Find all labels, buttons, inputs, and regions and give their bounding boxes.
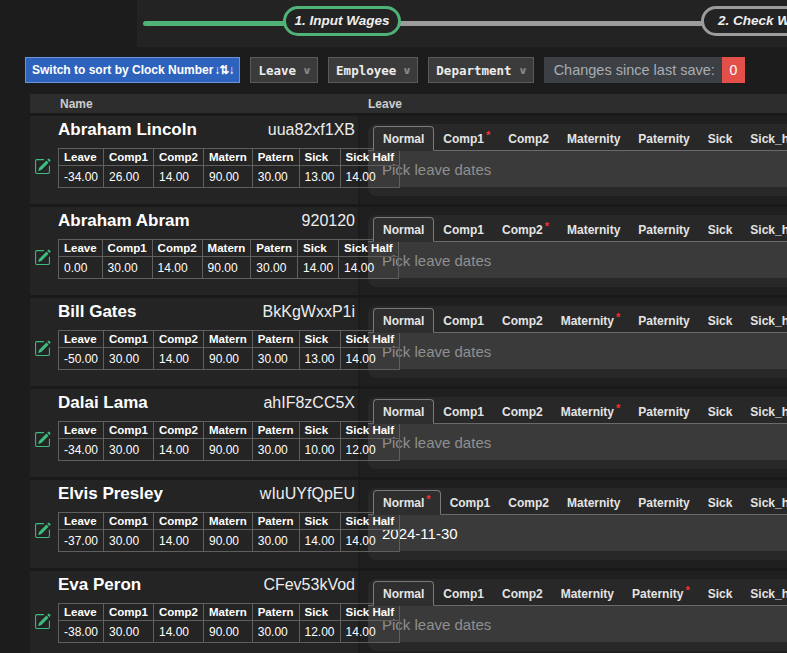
leave-tab-sick_half[interactable]: Sick_half — [741, 582, 787, 605]
department-filter-dropdown[interactable]: Department ∨ — [428, 57, 533, 83]
leave-tab-comp2[interactable]: Comp2 — [493, 309, 552, 332]
balance-header: Leave — [59, 604, 104, 621]
balance-value: 90.00 — [204, 530, 253, 552]
department-filter-label: Department — [436, 63, 511, 78]
leave-tab-comp1[interactable]: Comp1 — [434, 400, 493, 423]
leave-tab-sick_half[interactable]: Sick_half — [741, 218, 787, 241]
balance-header-row: Leave Comp1 Comp2 Matern Patern Sick Sic… — [59, 149, 400, 166]
leave-tab-paternity[interactable]: Paternity — [629, 218, 698, 241]
leave-date-input[interactable] — [368, 333, 787, 369]
required-asterisk-icon: * — [685, 584, 689, 596]
leave-cell: NormalComp1Comp2MaternityPaternity*SickS… — [360, 571, 787, 653]
employee-filter-dropdown[interactable]: Employee ∨ — [328, 57, 418, 83]
balance-header-row: Leave Comp1 Comp2 Matern Patern Sick Sic… — [59, 240, 399, 257]
edit-icon[interactable] — [34, 522, 51, 539]
column-header-name: Name — [30, 97, 360, 111]
edit-icon[interactable] — [34, 431, 51, 448]
leave-tab-sick_half[interactable]: Sick_half — [741, 400, 787, 423]
sort-by-clock-number-button[interactable]: Switch to sort by Clock Number↓⇅↓ — [25, 57, 240, 83]
leave-date-input[interactable] — [368, 242, 787, 278]
leave-tab-normal[interactable]: Normal — [373, 308, 434, 333]
employee-header: Abraham Abram 920120 — [58, 211, 356, 237]
leave-tab-comp1[interactable]: Comp1 — [434, 218, 493, 241]
balance-header: Comp2 — [154, 513, 204, 530]
leave-tab-comp2[interactable]: Comp2 — [499, 127, 558, 150]
leave-balance-table: Leave Comp1 Comp2 Matern Patern Sick Sic… — [58, 239, 399, 279]
balance-header: Patern — [252, 331, 299, 348]
leave-tab-sick[interactable]: Sick — [699, 309, 742, 332]
leave-tab-sick[interactable]: Sick — [699, 400, 742, 423]
step-check-wages[interactable]: 2. Check Wages — [701, 6, 787, 36]
leave-tab-maternity[interactable]: Maternity* — [552, 309, 630, 332]
leave-tab-paternity[interactable]: Paternity* — [623, 582, 699, 605]
balance-header: Leave — [59, 240, 103, 257]
leave-tab-normal[interactable]: Normal — [373, 126, 434, 151]
edit-icon[interactable] — [34, 249, 51, 266]
balance-header: Matern — [204, 513, 253, 530]
balance-value: 90.00 — [204, 439, 253, 461]
balance-value: 30.00 — [104, 348, 154, 370]
leave-tab-comp1[interactable]: Comp1* — [434, 127, 499, 150]
leave-tab-maternity[interactable]: Maternity* — [552, 400, 630, 423]
changes-count-badge: 0 — [722, 57, 745, 83]
leave-tab-comp2[interactable]: Comp2* — [493, 218, 558, 241]
balance-value: 14.00 — [154, 439, 204, 461]
leave-tab-sick_half[interactable]: Sick_half — [741, 309, 787, 332]
changes-label: Changes since last save: — [554, 62, 715, 78]
leave-tab-sick_half[interactable]: Sick_half — [741, 127, 787, 150]
required-asterisk-icon: * — [616, 402, 620, 414]
leave-tab-comp1[interactable]: Comp1 — [434, 309, 493, 332]
leave-tab-maternity[interactable]: Maternity — [558, 127, 629, 150]
leave-tab-normal[interactable]: Normal* — [373, 490, 441, 515]
leave-tab-paternity[interactable]: Paternity — [629, 127, 698, 150]
leave-tab-normal[interactable]: Normal — [373, 581, 434, 606]
leave-tab-comp2[interactable]: Comp2 — [499, 491, 558, 514]
employee-name: Bill Gates — [58, 302, 136, 322]
employee-name-cell: Dalai Lama ahIF8zCC5X Leave Comp1 Comp2 … — [30, 389, 360, 477]
leave-cell: NormalComp1*Comp2MaternityPaternitySickS… — [360, 116, 787, 204]
leave-tab-sick[interactable]: Sick — [699, 582, 742, 605]
leave-tab-sick_half[interactable]: Sick_half — [741, 491, 787, 514]
balance-header: Sick Half — [339, 240, 399, 257]
leave-date-input[interactable] — [368, 515, 787, 551]
balance-value: -38.00 — [59, 621, 104, 643]
leave-tab-comp2[interactable]: Comp2 — [493, 582, 552, 605]
leave-tab-comp1[interactable]: Comp1 — [441, 491, 500, 514]
leave-tab-comp2[interactable]: Comp2 — [493, 400, 552, 423]
balance-header: Sick — [299, 604, 340, 621]
edit-icon[interactable] — [34, 613, 51, 630]
step-input-wages[interactable]: 1. Input Wages — [283, 6, 401, 36]
leave-date-input[interactable] — [368, 151, 787, 187]
employee-header: Elvis Presley wIuUYfQpEU — [58, 484, 356, 510]
employee-code: 920120 — [302, 212, 355, 230]
leave-tab-sick[interactable]: Sick — [699, 491, 742, 514]
leave-tab-paternity[interactable]: Paternity — [629, 400, 698, 423]
leave-date-input[interactable] — [368, 606, 787, 642]
leave-date-input[interactable] — [368, 424, 787, 460]
balance-value: 90.00 — [204, 621, 253, 643]
leave-panel: Normal*Comp1Comp2MaternityPaternitySickS… — [368, 488, 787, 560]
leave-filter-dropdown[interactable]: Leave ∨ — [250, 57, 318, 83]
leave-tab-normal[interactable]: Normal — [373, 399, 434, 424]
employee-name: Elvis Presley — [58, 484, 163, 504]
balance-value: 30.00 — [252, 530, 299, 552]
leave-tab-paternity[interactable]: Paternity — [629, 309, 698, 332]
edit-icon[interactable] — [34, 158, 51, 175]
column-header-leave: Leave — [360, 97, 402, 111]
leave-tab-normal[interactable]: Normal — [373, 217, 434, 242]
leave-tab-comp1[interactable]: Comp1 — [434, 582, 493, 605]
leave-tab-maternity[interactable]: Maternity — [558, 218, 629, 241]
leave-tab-paternity[interactable]: Paternity — [629, 491, 698, 514]
leave-tab-sick[interactable]: Sick — [699, 127, 742, 150]
balance-header: Matern — [204, 604, 253, 621]
edit-icon[interactable] — [34, 340, 51, 357]
leave-tab-sick[interactable]: Sick — [699, 218, 742, 241]
balance-value: 12.00 — [299, 621, 340, 643]
balance-header: Leave — [59, 513, 104, 530]
employee-row: Elvis Presley wIuUYfQpEU Leave Comp1 Com… — [30, 477, 787, 568]
employee-name: Dalai Lama — [58, 393, 148, 413]
leave-tab-maternity[interactable]: Maternity — [552, 582, 623, 605]
progress-line-todo — [393, 21, 707, 26]
leave-tab-maternity[interactable]: Maternity — [558, 491, 629, 514]
balance-header: Sick — [299, 513, 340, 530]
